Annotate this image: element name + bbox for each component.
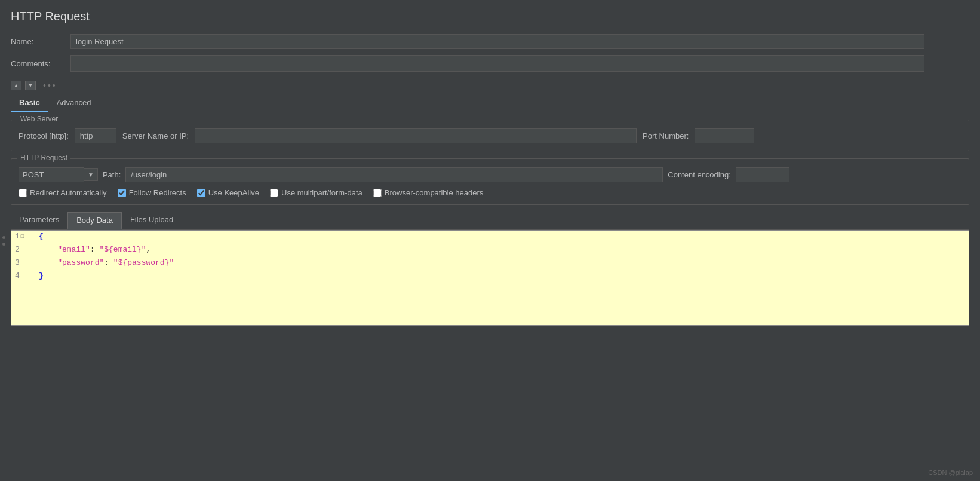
port-input[interactable]: [695, 128, 754, 143]
follow-redirects-checkbox[interactable]: Follow Redirects: [118, 188, 186, 197]
code-content-2: "email": "${email}",: [35, 244, 154, 255]
follow-redirects-label: Follow Redirects: [129, 188, 186, 197]
http-req-row: POST GET PUT DELETE PATCH ▼ Path: Conten…: [19, 167, 961, 182]
code-content-1: {: [35, 231, 47, 242]
use-keepalive-label: Use KeepAlive: [208, 188, 259, 197]
code-content-4: }: [35, 270, 47, 281]
server-label: Server Name or IP:: [122, 131, 189, 140]
sub-tabs: Parameters Body Data Files Upload: [11, 212, 969, 230]
line-number-4: 4: [11, 270, 35, 281]
main-panel: HTTP Request Name: Comments: ▲ ▼ ••• Bas…: [0, 0, 980, 326]
tab-advanced[interactable]: Advanced: [48, 95, 100, 112]
follow-redirects-input[interactable]: [118, 189, 126, 197]
sub-tab-files-upload[interactable]: Files Upload: [122, 212, 182, 230]
divider-row: ▲ ▼ •••: [11, 78, 969, 90]
path-input[interactable]: [125, 167, 663, 182]
more-dots: •••: [43, 81, 57, 90]
redirect-automatically-checkbox[interactable]: Redirect Automatically: [19, 188, 107, 197]
code-content-3: "password": "${password}": [35, 257, 177, 268]
checkboxes-row: Redirect Automatically Follow Redirects …: [19, 188, 961, 197]
use-keepalive-checkbox[interactable]: Use KeepAlive: [197, 188, 259, 197]
redirect-automatically-label: Redirect Automatically: [30, 188, 107, 197]
code-line-2: 2 "email": "${email}",: [11, 244, 969, 257]
method-select[interactable]: POST GET PUT DELETE PATCH: [19, 167, 84, 182]
sub-tab-parameters[interactable]: Parameters: [11, 212, 67, 230]
browser-headers-input[interactable]: [373, 189, 382, 197]
server-input[interactable]: [195, 128, 637, 143]
use-multipart-label: Use multipart/form-data: [281, 188, 362, 197]
tab-basic[interactable]: Basic: [11, 95, 48, 112]
code-line-4: 4 }: [11, 270, 969, 283]
side-indicator: [2, 236, 5, 246]
web-server-row: Protocol [http]: Server Name or IP: Port…: [19, 128, 961, 143]
sub-tab-body-data[interactable]: Body Data: [67, 212, 122, 230]
web-server-legend: Web Server: [17, 115, 61, 123]
protocol-label: Protocol [http]:: [19, 131, 69, 140]
comments-row: Comments:: [11, 55, 969, 72]
browser-headers-checkbox[interactable]: Browser-compatible headers: [373, 188, 483, 197]
comments-input[interactable]: [70, 55, 924, 72]
main-tabs: Basic Advanced: [11, 95, 969, 112]
content-encoding-label: Content encoding:: [668, 170, 731, 179]
use-multipart-input[interactable]: [270, 189, 278, 197]
page-title: HTTP Request: [11, 10, 969, 23]
move-up-button[interactable]: ▲: [11, 81, 21, 90]
name-row: Name:: [11, 34, 969, 49]
content-encoding-input[interactable]: [736, 167, 789, 182]
browser-headers-label: Browser-compatible headers: [385, 188, 483, 197]
path-label: Path:: [103, 170, 121, 179]
code-line-3: 3 "password": "${password}": [11, 257, 969, 270]
protocol-input[interactable]: [75, 128, 116, 143]
http-request-section: HTTP Request POST GET PUT DELETE PATCH ▼…: [11, 158, 969, 205]
line-number-2: 2: [11, 244, 35, 255]
code-line-1: 1 □ {: [11, 231, 969, 244]
use-keepalive-input[interactable]: [197, 189, 205, 197]
name-label: Name:: [11, 37, 70, 46]
comments-label: Comments:: [11, 59, 70, 68]
name-input[interactable]: [70, 34, 924, 49]
method-dropdown-button[interactable]: ▼: [84, 168, 98, 181]
method-select-wrap: POST GET PUT DELETE PATCH ▼: [19, 167, 98, 182]
web-server-section: Web Server Protocol [http]: Server Name …: [11, 120, 969, 151]
line-number-3: 3: [11, 257, 35, 268]
use-multipart-checkbox[interactable]: Use multipart/form-data: [270, 188, 362, 197]
move-down-button[interactable]: ▼: [25, 81, 36, 90]
code-editor[interactable]: 1 □ { 2 "email": "${email}", 3 "password…: [11, 230, 969, 326]
port-label: Port Number:: [643, 131, 689, 140]
fold-icon-1[interactable]: □: [21, 234, 24, 240]
redirect-automatically-input[interactable]: [19, 189, 27, 197]
line-number-1: 1 □: [11, 231, 35, 242]
watermark: CSDN @plalap: [928, 469, 973, 476]
http-request-legend: HTTP Request: [17, 154, 70, 162]
